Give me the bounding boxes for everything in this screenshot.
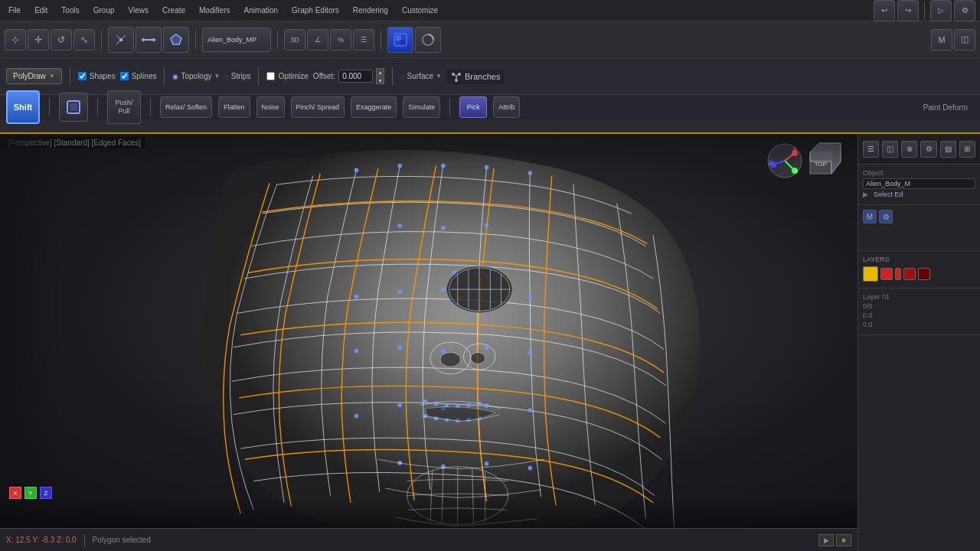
named-sel-btn[interactable]: ☰ <box>353 29 374 51</box>
undo-btn[interactable]: ↩ <box>874 0 895 21</box>
push-pull-button[interactable]: Push/ Pull <box>107 90 141 124</box>
surface-radio[interactable]: ○ Surface ▼ <box>400 72 442 80</box>
pinch-spread-button[interactable]: Pinch/ Spread <box>291 96 345 118</box>
viewport[interactable]: [Perspective] [Standard] [Edged Faces] X… <box>0 134 858 528</box>
strips-radio[interactable]: ○ Strips <box>224 72 250 80</box>
timeline-controls: ▶ ■ <box>818 534 851 546</box>
top-toolbar: File Edit Tools Group Views Create Modif… <box>0 0 980 134</box>
noise-button[interactable]: Noise <box>256 96 285 118</box>
z-axis-btn[interactable]: Z <box>40 487 52 499</box>
color-vdarkred[interactable] <box>918 268 930 280</box>
shift-button[interactable]: Shift <box>6 90 40 124</box>
flatten-button[interactable]: Flatten <box>218 96 250 118</box>
pinch-spread-label: Pinch/ Spread <box>296 103 340 111</box>
offset-down[interactable]: ▼ <box>376 77 384 84</box>
orientation-gizmo[interactable]: X Y Z <box>766 142 804 180</box>
color-yellow[interactable] <box>863 266 878 282</box>
mesh-svg <box>0 134 858 528</box>
prop-label-4: 0.0 <box>863 321 873 328</box>
obj-row-2 <box>863 178 975 189</box>
menu-file[interactable]: File <box>5 5 24 16</box>
y-axis-btn[interactable]: Y <box>24 487 37 499</box>
prop-row-2: 0/0 <box>863 302 975 310</box>
render-frame-btn[interactable]: ◫ <box>954 29 975 51</box>
object-name-field[interactable]: Alien_Body_MP <box>202 28 271 52</box>
pick-button[interactable]: Pick <box>459 96 487 118</box>
square-mode-btn[interactable] <box>59 93 88 122</box>
menu-modifiers[interactable]: Modifiers <box>195 5 234 16</box>
menu-views[interactable]: Views <box>125 5 153 16</box>
splines-check[interactable] <box>120 72 129 80</box>
render-setup-btn[interactable]: ⚙ <box>954 0 975 21</box>
topology-radio[interactable]: ◉ Topology ▼ <box>172 72 220 80</box>
move-btn[interactable]: ✛ <box>28 29 49 51</box>
scale-btn[interactable]: ⤡ <box>74 29 95 51</box>
prop-row-1: Layer 01 <box>863 293 975 301</box>
panel-icon-3[interactable]: ⊕ <box>901 141 917 158</box>
cube-gizmo[interactable]: TOP <box>807 140 844 177</box>
obj-name-input[interactable] <box>863 178 975 189</box>
render-btn[interactable]: ▷ <box>930 0 952 21</box>
svg-point-5 <box>142 38 145 41</box>
menu-create[interactable]: Create <box>158 5 189 16</box>
mod-icon-2[interactable]: ⚙ <box>879 210 893 223</box>
color-red[interactable] <box>880 268 893 280</box>
offset-label: Offset: <box>313 72 335 80</box>
menu-edit[interactable]: Edit <box>31 5 51 16</box>
menu-animation[interactable]: Animation <box>240 5 282 16</box>
splines-checkbox[interactable]: Splines <box>120 72 157 80</box>
obj-label: Object: <box>863 169 885 177</box>
offset-input[interactable] <box>338 70 373 83</box>
branches-button[interactable]: Branches <box>446 69 505 84</box>
edge-mode-btn[interactable] <box>136 27 162 53</box>
vertex-mode-btn[interactable] <box>108 27 134 53</box>
material-editor-btn[interactable]: M <box>931 29 952 51</box>
color-darkred[interactable] <box>903 268 916 280</box>
menu-tools[interactable]: Tools <box>57 5 83 16</box>
color-section: LAYERS <box>858 251 980 289</box>
shading-active-btn[interactable] <box>387 27 413 53</box>
optimize-check[interactable] <box>266 72 275 80</box>
menu-customize[interactable]: Customize <box>398 5 442 16</box>
svg-point-26 <box>485 223 489 227</box>
polydraw-button[interactable]: PolyDraw ▼ <box>6 68 62 84</box>
svg-point-32 <box>354 295 359 299</box>
menu-group[interactable]: Group <box>90 5 119 16</box>
rotate-btn[interactable]: ↺ <box>51 29 72 51</box>
panel-icon-2[interactable]: ◫ <box>882 141 898 158</box>
mod-icon-1[interactable]: M <box>863 210 877 223</box>
redo-btn[interactable]: ↪ <box>897 0 919 21</box>
right-panel: ☰ ◫ ⊕ ⚙ ▤ ⊞ Object: ▶ Select Ed M ⚙ LAYE… <box>858 134 980 551</box>
exaggerate-button[interactable]: Exaggerate <box>351 96 397 118</box>
stop-btn[interactable]: ■ <box>836 534 851 546</box>
snap-angle-btn[interactable]: ∠ <box>307 29 328 51</box>
poly-mode-btn[interactable] <box>163 27 189 53</box>
shading-2-btn[interactable] <box>415 27 441 53</box>
svg-point-33 <box>528 295 532 299</box>
color-red2[interactable] <box>895 268 901 280</box>
shapes-checkbox[interactable]: Shapes <box>78 72 116 80</box>
panel-icon-5[interactable]: ▤ <box>940 141 956 158</box>
shapes-check[interactable] <box>78 72 87 80</box>
optimize-checkbox[interactable]: Optimize <box>266 72 308 80</box>
menu-graph-editors[interactable]: Graph Editors <box>288 5 343 16</box>
panel-icon-6[interactable]: ⊞ <box>959 141 975 158</box>
panel-icon-4[interactable]: ⚙ <box>920 141 936 158</box>
simulate-button[interactable]: Simulate <box>403 96 440 118</box>
panel-icon-1[interactable]: ☰ <box>863 141 879 158</box>
snap-pct-btn[interactable]: % <box>330 29 351 51</box>
branches-label: Branches <box>465 72 500 81</box>
select-btn[interactable]: ⊹ <box>5 29 26 51</box>
snap-3d-btn[interactable]: 3D <box>284 29 305 51</box>
play-btn[interactable]: ▶ <box>818 534 834 546</box>
attrib-button[interactable]: Attrib <box>493 96 520 118</box>
properties-section: Layer 01 0/0 0.0 0.0 <box>858 289 980 335</box>
relax-button[interactable]: Relax/ Soften <box>160 96 212 118</box>
offset-spinner[interactable]: ▲ ▼ <box>376 68 384 84</box>
x-axis-btn[interactable]: X <box>9 487 21 499</box>
prop-row-3: 0.0 <box>863 311 975 319</box>
svg-point-22 <box>485 165 489 170</box>
offset-up[interactable]: ▲ <box>376 68 384 76</box>
menu-rendering[interactable]: Rendering <box>349 5 392 16</box>
shift-label: Shift <box>14 103 32 112</box>
